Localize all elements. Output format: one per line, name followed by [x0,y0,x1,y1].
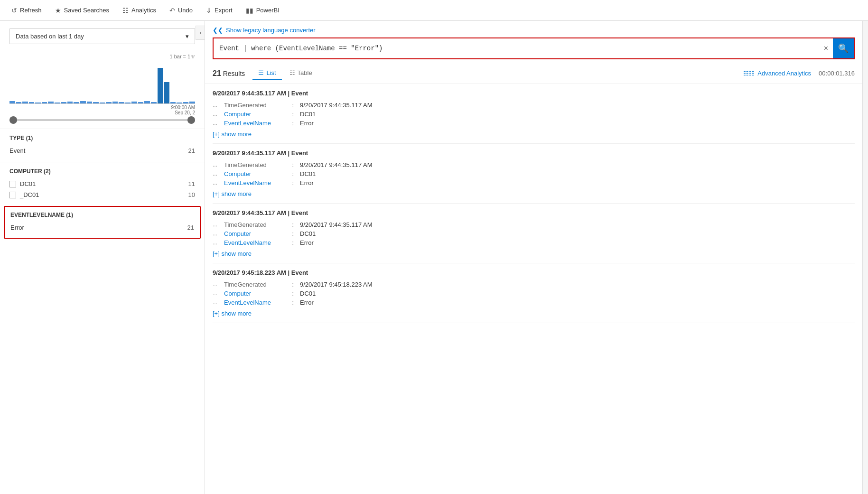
chart-bar [48,102,54,103]
field-key[interactable]: EventLevelName [224,299,290,306]
tab-list[interactable]: ☰ List [252,67,281,80]
field-separator: : [290,161,300,168]
filter-item-left: Error [10,224,24,231]
ellipsis-icon: ... [213,170,224,177]
chart-bar [144,101,150,103]
sidebar: ‹ Data based on last 1 day ▾ 1 bar = 1hr [0,21,205,494]
dc01-alt-count: 10 [188,191,195,198]
field-key[interactable]: EventLevelName [224,179,290,186]
chart-bar [100,103,105,103]
dropdown-chevron-icon: ▾ [186,33,189,40]
ellipsis-icon: ... [213,111,224,117]
field-key[interactable]: Computer [224,230,290,237]
chart-bar [22,102,28,103]
chart-bar [93,102,99,103]
chart-bar-label: 1 bar = 1hr [9,54,195,59]
results-left: 21 Results ☰ List ☷ Table [213,67,318,80]
dc01-alt-label: _DC01 [20,191,39,198]
result-field: ... EventLevelName : Error [213,298,855,307]
chart-area: 1 bar = 1hr [0,49,205,115]
result-entry: 9/20/2017 9:44:35.117 AM | Event ... Tim… [213,144,855,204]
refresh-button[interactable]: ↺ Refresh [6,4,47,17]
advanced-analytics-label: Advanced Analytics [757,70,811,77]
dc01-label: DC01 [20,180,36,187]
scrollbar-track[interactable] [862,21,868,494]
result-field: ... Computer : DC01 [213,229,855,238]
field-value: Error [300,239,314,246]
chart-bar [9,101,15,103]
field-separator: : [290,230,300,237]
field-key: TimeGenerated [224,221,290,228]
event-type-count: 21 [188,147,195,154]
field-value: DC01 [300,170,316,177]
advanced-analytics-link[interactable]: ☷☷ Advanced Analytics [743,70,811,77]
chart-bar [87,102,93,103]
ellipsis-icon: ... [213,161,224,168]
analytics-icon: ☷ [122,7,129,14]
dc01-checkbox[interactable] [9,181,16,187]
eventlevelname-filter-title: EVENTLEVELNAME (1) [10,212,194,218]
analytics-label: Analytics [131,7,156,14]
analytics-button[interactable]: ☷ Analytics [117,4,162,17]
query-search-button[interactable]: 🔍 [833,38,854,58]
field-key[interactable]: Computer [224,290,290,297]
field-separator: : [290,170,300,177]
undo-icon: ↶ [169,7,175,14]
time-range-dropdown[interactable]: Data based on last 1 day ▾ [9,28,195,44]
chart-bar [189,102,195,103]
type-filter-section: TYPE (1) Event 21 [0,129,205,162]
show-more-link[interactable]: [+] show more [213,187,855,197]
slider-handle-left[interactable] [9,116,17,124]
field-key: TimeGenerated [224,161,290,168]
filter-item-left: DC01 [9,180,36,187]
result-field: ... TimeGenerated : 9/20/2017 9:45:18.22… [213,280,855,289]
search-icon: 🔍 [838,43,849,54]
show-more-link[interactable]: [+] show more [213,307,855,317]
view-tabs: ☰ List ☷ Table [252,67,317,80]
field-value: 9/20/2017 9:44:35.117 AM [300,221,373,228]
sidebar-collapse-button[interactable]: ‹ [196,26,205,40]
query-clear-button[interactable]: × [819,40,833,56]
legacy-link-label: Show legacy language converter [226,27,316,34]
field-value: Error [300,120,314,127]
result-field: ... EventLevelName : Error [213,119,855,128]
query-input[interactable] [214,40,819,57]
list-tab-label: List [266,69,276,76]
chart-bar [61,102,66,103]
computer-filter-title: COMPUTER (2) [9,168,195,175]
tab-table[interactable]: ☷ Table [284,67,318,80]
range-slider[interactable] [0,115,205,129]
dc01-alt-checkbox[interactable] [9,192,16,198]
powerbi-button[interactable]: ▮▮ PowerBI [240,4,285,17]
ellipsis-icon: ... [213,221,224,228]
slider-handle-right[interactable] [187,116,195,124]
chart-bar [16,102,22,103]
result-field: ... TimeGenerated : 9/20/2017 9:44:35.11… [213,160,855,169]
result-field: ... Computer : DC01 [213,289,855,298]
chart-x-labels: 9:00:00 AMSep 20, 2 [9,105,195,115]
field-key[interactable]: EventLevelName [224,120,290,127]
field-value: 9/20/2017 9:44:35.117 AM [300,102,373,109]
saved-searches-button[interactable]: ★ Saved Searches [49,4,115,17]
ellipsis-icon: ... [213,299,224,306]
ellipsis-icon: ... [213,179,224,186]
result-entry: 9/20/2017 9:45:18.223 AM | Event ... Tim… [213,263,855,323]
export-button[interactable]: ⇓ Export [200,4,238,17]
field-value: Error [300,179,314,186]
legacy-icon: ❮❮ [213,27,223,34]
chart-bar [177,103,182,103]
field-key: TimeGenerated [224,102,290,109]
export-icon: ⇓ [206,7,212,14]
chart-bar [138,102,144,103]
field-key[interactable]: Computer [224,170,290,177]
powerbi-label: PowerBI [256,7,280,14]
legacy-link[interactable]: ❮❮ Show legacy language converter [213,27,855,34]
computer-filter-section: COMPUTER (2) DC01 11 _DC01 10 [0,162,205,206]
show-more-link[interactable]: [+] show more [213,247,855,257]
undo-button[interactable]: ↶ Undo [164,4,198,17]
field-key[interactable]: EventLevelName [224,239,290,246]
show-more-link[interactable]: [+] show more [213,128,855,138]
field-value: DC01 [300,290,316,297]
field-key[interactable]: Computer [224,111,290,118]
field-value: 9/20/2017 9:45:18.223 AM [300,281,373,288]
